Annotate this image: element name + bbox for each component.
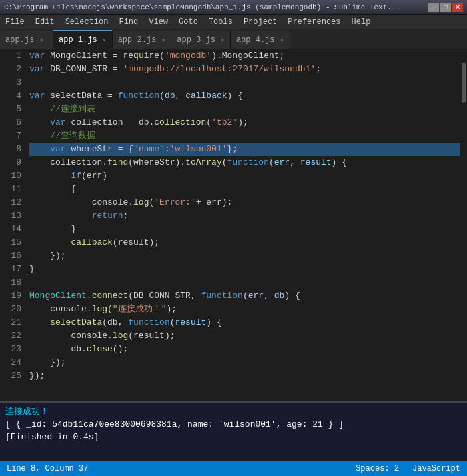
- spaces-indicator: Spaces: 2: [356, 464, 399, 473]
- code-line-25: });: [29, 369, 460, 383]
- maximize-button[interactable]: □: [440, 3, 451, 12]
- tab-close-icon[interactable]: ✕: [221, 36, 225, 44]
- code-line-13: return;: [29, 209, 460, 223]
- editor[interactable]: 1 2 3 4 5 6 7 8 9 10 11 12 13 14 15 16 1…: [0, 49, 467, 401]
- menu-tools[interactable]: Tools: [203, 15, 238, 29]
- scrollbar-track[interactable]: [460, 49, 467, 401]
- terminal-line-1: 连接成功！: [5, 405, 462, 418]
- menu-selection[interactable]: Selection: [60, 15, 114, 29]
- code-line-7: //查询数据: [29, 129, 460, 143]
- title-bar: C:\Program Files\nodejs\workspace\sample…: [0, 0, 467, 15]
- code-line-22: console.log(result);: [29, 329, 460, 343]
- code-line-18: [29, 276, 460, 289]
- code-line-3: [29, 76, 460, 89]
- status-left: Line 8, Column 37: [7, 464, 88, 473]
- code-line-11: {: [29, 183, 460, 196]
- tab-close-icon[interactable]: ✕: [39, 36, 43, 44]
- menu-project[interactable]: Project: [238, 15, 282, 29]
- tab-label: app_3.js: [177, 35, 215, 45]
- tab-bar: app.js ✕ app_1.js ✕ app_2.js ✕ app_3.js …: [0, 29, 467, 49]
- code-line-1: var MongoClient = require('mongodb').Mon…: [29, 49, 460, 63]
- terminal-panel: 连接成功！ [ { _id: 54db11ca70ee83000698381a,…: [0, 401, 467, 461]
- menu-find[interactable]: Find: [113, 15, 143, 29]
- code-line-23: db.close();: [29, 343, 460, 356]
- tab-close-icon[interactable]: ✕: [280, 36, 284, 44]
- tab-label: app_1.js: [59, 35, 97, 45]
- code-line-6: var collection = db.collection('tb2');: [29, 116, 460, 129]
- menu-preferences[interactable]: Preferences: [282, 15, 346, 29]
- menu-view[interactable]: View: [143, 15, 173, 29]
- code-line-9: collection.find(whereStr).toArray(functi…: [29, 156, 460, 169]
- code-line-17: }: [29, 263, 460, 276]
- tab-label: app_4.js: [236, 35, 275, 45]
- code-line-16: });: [29, 249, 460, 263]
- language-indicator: JavaScript: [412, 464, 460, 473]
- close-button[interactable]: ✕: [452, 3, 463, 12]
- line-numbers: 1 2 3 4 5 6 7 8 9 10 11 12 13 14 15 16 1…: [0, 49, 27, 401]
- code-line-24: });: [29, 356, 460, 369]
- tab-app2[interactable]: app_2.js ✕: [113, 31, 172, 49]
- code-line-14: }: [29, 223, 460, 236]
- tab-app4[interactable]: app_4.js ✕: [231, 31, 290, 49]
- minimize-button[interactable]: ─: [428, 3, 439, 12]
- code-line-8: var whereStr = {"name":'wilson001'};: [29, 143, 460, 156]
- window-controls: ─ □ ✕: [428, 3, 463, 12]
- code-line-4: var selectData = function(db, callback) …: [29, 89, 460, 103]
- scrollbar-thumb[interactable]: [462, 63, 466, 103]
- code-line-19: MongoClient.connect(DB_CONN_STR, functio…: [29, 289, 460, 303]
- status-bar: Line 8, Column 37 Spaces: 2 JavaScript: [0, 461, 467, 476]
- terminal-line-3: [Finished in 0.4s]: [5, 431, 462, 443]
- code-line-10: if(err): [29, 169, 460, 183]
- title-text: C:\Program Files\nodejs\workspace\sample…: [4, 3, 400, 11]
- code-line-5: //连接到表: [29, 103, 460, 116]
- tab-close-icon[interactable]: ✕: [161, 36, 165, 44]
- menu-file[interactable]: File: [0, 15, 30, 29]
- code-line-2: var DB_CONN_STR = 'mongodb://localhost:2…: [29, 63, 460, 76]
- cursor-position: Line 8, Column 37: [7, 464, 88, 473]
- code-area[interactable]: var MongoClient = require('mongodb').Mon…: [27, 49, 460, 401]
- terminal-line-2: [ { _id: 54db11ca70ee83000698381a, name:…: [5, 418, 462, 431]
- menu-edit[interactable]: Edit: [30, 15, 60, 29]
- tab-app3[interactable]: app_3.js ✕: [171, 31, 231, 49]
- code-line-12: console.log('Error:'+ err);: [29, 196, 460, 209]
- code-line-15: callback(result);: [29, 236, 460, 249]
- menu-bar: File Edit Selection Find View Goto Tools…: [0, 15, 467, 29]
- status-right: Spaces: 2 JavaScript: [356, 464, 460, 473]
- tab-label: app_2.js: [118, 35, 157, 45]
- menu-help[interactable]: Help: [346, 15, 376, 29]
- tab-app[interactable]: app.js ✕: [0, 31, 53, 49]
- tab-close-icon[interactable]: ✕: [103, 36, 107, 44]
- code-line-20: console.log("连接成功！");: [29, 303, 460, 316]
- menu-goto[interactable]: Goto: [173, 15, 203, 29]
- tab-app1[interactable]: app_1.js ✕: [53, 30, 113, 49]
- tab-label: app.js: [5, 35, 34, 45]
- code-line-21: selectData(db, function(result) {: [29, 316, 460, 329]
